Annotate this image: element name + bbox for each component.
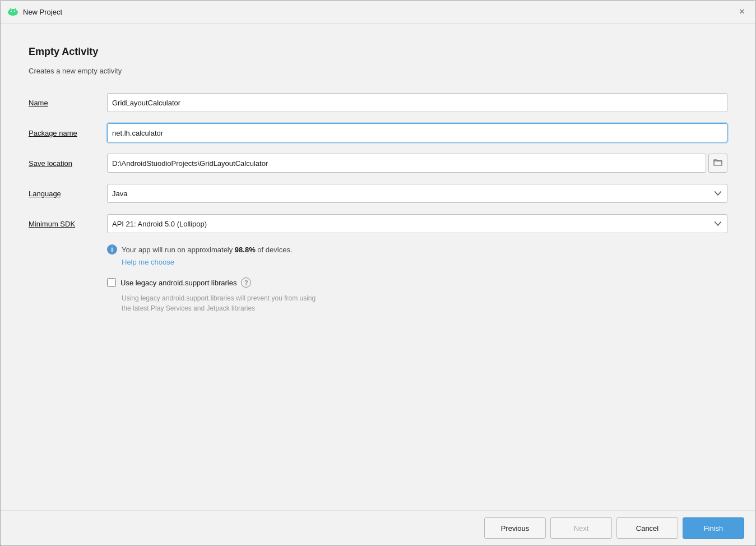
info-line: i Your app will run on approximately 98.… <box>107 244 727 255</box>
cancel-button[interactable]: Cancel <box>616 517 678 539</box>
next-button[interactable]: Next <box>550 517 612 539</box>
dialog-title: New Project <box>23 8 731 16</box>
save-location-input[interactable] <box>107 154 706 173</box>
package-name-field-row: Package name <box>29 123 727 142</box>
legacy-checkbox-row: Use legacy android.support libraries ? <box>107 277 727 288</box>
finish-button[interactable]: Finish <box>683 517 744 539</box>
svg-rect-1 <box>9 12 17 15</box>
new-project-dialog: New Project × Empty Activity Creates a n… <box>0 0 756 546</box>
save-location-field-row: Save location <box>29 154 727 173</box>
save-location-input-group <box>107 154 727 173</box>
min-sdk-label-underline: M <box>29 220 35 228</box>
save-location-label: Save location <box>29 159 107 168</box>
info-row: i Your app will run on approximately 98.… <box>107 244 727 266</box>
name-label-underline: N <box>29 99 34 107</box>
info-icon: i <box>107 244 117 255</box>
legacy-checkbox[interactable] <box>107 278 116 287</box>
android-logo-icon <box>7 7 18 16</box>
language-field-row: Language Java Kotlin <box>29 184 727 203</box>
info-text-suffix: of devices. <box>256 246 293 254</box>
legacy-checkbox-description: Using legacy android.support.libraries w… <box>122 293 727 313</box>
minimum-sdk-select[interactable]: API 21: Android 5.0 (Lollipop) API 26: A… <box>107 214 727 233</box>
subtitle: Creates a new empty activity <box>29 67 727 75</box>
package-name-label: Package name <box>29 129 107 137</box>
close-button[interactable]: × <box>735 5 749 18</box>
language-select[interactable]: Java Kotlin <box>107 184 727 203</box>
title-bar: New Project × <box>1 1 755 24</box>
name-input[interactable] <box>107 93 727 112</box>
dialog-content: Empty Activity Creates a new empty activ… <box>1 24 755 510</box>
info-percentage: 98.8% <box>235 246 256 254</box>
name-field-row: Name <box>29 93 727 112</box>
folder-icon <box>713 159 722 168</box>
info-text-prefix: Your app will run on approximately <box>122 246 235 254</box>
language-label: Language <box>29 189 107 198</box>
help-me-choose-link[interactable]: Help me choose <box>122 258 727 266</box>
minimum-sdk-label: Minimum SDK <box>29 220 107 228</box>
save-label-underline: S <box>29 159 34 168</box>
browse-button[interactable] <box>708 154 727 173</box>
package-name-input[interactable] <box>107 123 727 142</box>
section-title: Empty Activity <box>29 46 727 58</box>
legacy-help-icon[interactable]: ? <box>241 277 251 288</box>
package-label-underline: P <box>29 129 34 137</box>
info-text: Your app will run on approximately 98.8%… <box>122 246 293 254</box>
legacy-checkbox-label: Use legacy android.support libraries <box>120 279 236 287</box>
name-label: Name <box>29 99 107 107</box>
minimum-sdk-field-row: Minimum SDK API 21: Android 5.0 (Lollipo… <box>29 214 727 233</box>
previous-button[interactable]: Previous <box>484 517 546 539</box>
dialog-footer: Previous Next Cancel Finish <box>1 510 755 545</box>
